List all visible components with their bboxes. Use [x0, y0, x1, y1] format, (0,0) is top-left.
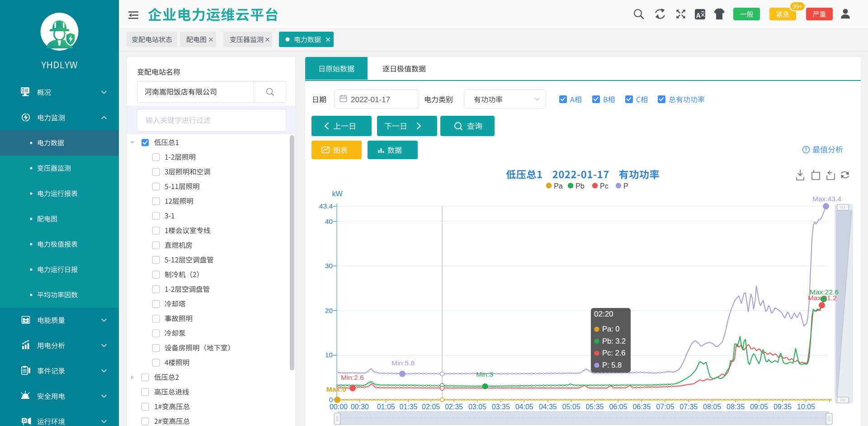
svg-text:06:35: 06:35: [632, 403, 651, 411]
svg-text:Pa: 0: Pa: 0: [602, 325, 620, 333]
svg-text:Pa: Pa: [554, 182, 563, 190]
svg-text:40: 40: [325, 218, 333, 225]
svg-text:Max:21.2: Max:21.2: [808, 294, 837, 302]
svg-text:05:35: 05:35: [585, 403, 604, 411]
svg-text:kW: kW: [332, 190, 343, 198]
svg-text:P: 5.8: P: 5.8: [602, 361, 622, 369]
svg-text:20: 20: [325, 307, 333, 314]
svg-text:04:05: 04:05: [515, 403, 533, 411]
svg-text:03:35: 03:35: [492, 403, 510, 411]
svg-text:00:30: 00:30: [351, 403, 369, 411]
svg-text:02:20: 02:20: [594, 310, 613, 318]
svg-text:Pb: 3.2: Pb: 3.2: [602, 337, 626, 345]
svg-text:06:05: 06:05: [609, 403, 627, 411]
svg-text:Max:0: Max:0: [326, 385, 346, 393]
svg-text:02:35: 02:35: [445, 403, 463, 411]
svg-text:Max:43.4: Max:43.4: [812, 195, 841, 203]
svg-text:01:05: 01:05: [377, 403, 395, 411]
svg-text:2022-01-17: 2022-01-17: [351, 95, 390, 104]
svg-text:09:05: 09:05: [750, 403, 768, 411]
svg-text:03:05: 03:05: [468, 403, 486, 411]
svg-text:Pb: Pb: [576, 182, 585, 190]
svg-text:10:05: 10:05: [797, 403, 815, 411]
svg-text:00:00: 00:00: [330, 403, 348, 411]
svg-text:10: 10: [325, 351, 333, 359]
svg-text:05:05: 05:05: [562, 403, 580, 411]
svg-text:01:35: 01:35: [399, 403, 417, 411]
svg-text:09:35: 09:35: [774, 403, 792, 411]
svg-text:Min:2.6: Min:2.6: [341, 374, 364, 381]
svg-text:08:05: 08:05: [703, 403, 721, 411]
svg-text:07:35: 07:35: [679, 403, 698, 411]
svg-text:P: P: [623, 182, 628, 190]
svg-text:0: 0: [329, 396, 333, 403]
svg-text:30: 30: [325, 262, 333, 270]
svg-text:04:35: 04:35: [539, 403, 557, 411]
svg-text:07:05: 07:05: [656, 403, 674, 411]
svg-text:43.4: 43.4: [319, 202, 333, 210]
svg-text:Pc: Pc: [600, 182, 609, 190]
svg-text:02:05: 02:05: [422, 403, 440, 411]
svg-text:08:35: 08:35: [726, 403, 745, 411]
svg-text:Min:3: Min:3: [476, 370, 493, 378]
svg-text:Pc: 2.6: Pc: 2.6: [602, 349, 625, 357]
svg-text:Min:5.8: Min:5.8: [392, 359, 415, 367]
